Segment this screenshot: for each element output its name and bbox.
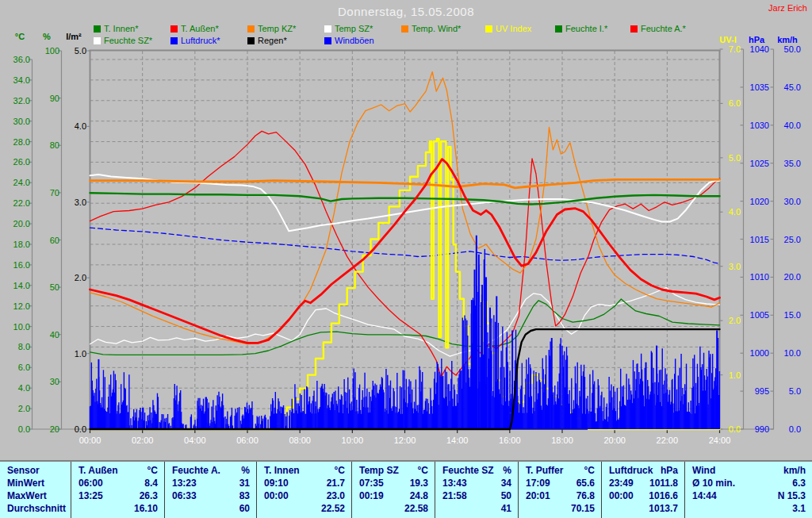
table-min-value: 8.4 [144,477,158,489]
x-tick-label: 16:00 [499,436,521,445]
table-max-value: 24.8 [410,489,428,502]
table-sensor-unit: °C [584,464,595,477]
table-min-time: 17:09 [526,477,550,489]
table-min-time: 23:49 [609,477,634,489]
tick-label-temp_c: 10.0 [13,322,30,332]
tick-label-humidity: 40 [50,330,59,340]
table-sensor-unit: °C [418,464,428,477]
table-max-value: 76.8 [576,489,595,502]
table-avg-value: 22.52 [321,502,345,515]
table-sensor-name: Luftdruck [609,464,653,477]
tick-label-uv: 3.0 [729,262,741,271]
table-col-feuchte-a-: Feuchte A.%13:233106:338360 [164,462,256,518]
tick-label-hpa: 1030 [750,121,769,130]
tick-label-humidity: 30 [50,377,59,386]
table-row-label: MaxWert [7,489,47,502]
table-col-t-innen: T. Innen°C09:1021.700:0023.022.52 [256,462,351,518]
table-min-time: 06:00 [79,477,103,489]
table-sensor-unit: °C [147,464,158,477]
tick-label-temp_c: 14.0 [13,281,30,290]
table-avg-value: 70.15 [571,502,595,515]
tick-label-temp_c: 30.0 [13,117,30,126]
tick-label-hpa: 1005 [750,310,769,320]
tick-label-temp_c: 16.0 [13,260,30,270]
table-max-time: 06:33 [172,489,197,502]
tick-label-temp_c: 2.0 [18,404,30,413]
x-tick-label: 10:00 [342,436,364,445]
table-max-time: 00:00 [609,489,634,502]
tick-label-temp_c: 20.0 [13,219,30,228]
table-max-value: 23.0 [327,489,345,502]
table-col-sensor: SensorMinWertMaxWertDurchschnitt [0,462,71,518]
table-max-value: N 15.3 [778,489,806,502]
tick-label-temp_c: 8.0 [18,342,30,351]
tick-label-kmh: 10.0 [784,348,801,358]
statistics-table: SensorMinWertMaxWertDurchschnittT. Außen… [0,460,812,518]
table-avg-value: 41 [501,502,511,515]
tick-label-kmh: 5.0 [789,386,801,396]
tick-label-uv: 7.0 [729,44,741,54]
table-sensor-name: Feuchte A. [172,464,220,477]
table-sensor-name: T. Außen [79,464,118,477]
table-col-t-au-en: T. Außen°C06:008.413:2526.316.10 [71,462,164,518]
table-min-time: 13:43 [442,477,467,489]
tick-label-temp_c: 34.0 [13,75,30,85]
x-tick-label: 06:00 [236,436,259,445]
tick-label-hpa: 990 [755,424,769,434]
table-max-time: 21:58 [442,489,467,502]
tick-label-temp_c: 4.0 [18,383,30,393]
x-tick-label: 08:00 [289,436,311,445]
tick-label-uv: 4.0 [729,207,741,217]
table-col-wind: Windkm/hØ 10 min.6.314:44N 15.33.1 [684,462,812,518]
tick-label-temp_c: 26.0 [13,157,30,167]
table-min-value: 31 [239,477,250,489]
tick-label-temp_c: 18.0 [13,240,30,249]
tick-label-humidity: 80 [50,140,59,150]
weather-chart: 0.02.04.06.08.010.012.014.016.018.020.02… [0,0,812,460]
tick-label-humidity: 70 [50,188,59,198]
tick-label-uv: 6.0 [729,98,741,108]
table-min-time: 07:35 [359,477,384,489]
tick-label-hpa: 995 [755,386,769,396]
table-max-time: 00:19 [359,489,384,502]
table-max-time: 00:00 [264,489,289,502]
tick-label-hpa: 1010 [750,272,769,282]
tick-label-humidity: 60 [50,236,59,245]
x-tick-label: 04:00 [184,436,206,445]
table-sensor-name: Feuchte SZ [442,464,494,477]
tick-label-uv: 5.0 [729,153,741,163]
table-avg-value: 3.1 [792,502,806,515]
table-avg-value: 60 [239,502,250,515]
table-sensor-name: Wind [692,464,715,477]
x-tick-label: 02:00 [132,436,154,445]
table-min-value: 19.3 [410,477,428,489]
table-sensor-unit: % [503,464,511,477]
tick-label-kmh: 35.0 [784,159,801,168]
x-tick-label: 12:00 [394,436,416,445]
table-max-value: 50 [501,489,511,502]
tick-label-kmh: 15.0 [784,310,801,320]
table-min-value: 1011.8 [649,477,678,489]
table-row-label: Sensor [7,464,40,477]
table-max-value: 83 [239,489,250,502]
table-max-time: 20:01 [526,489,550,502]
tick-label-kmh: 0.0 [789,424,801,434]
tick-label-uv: 2.0 [729,316,741,325]
tick-label-rain_lm2: 3.0 [75,198,86,207]
table-avg-value: 16.10 [134,502,158,515]
tick-label-kmh: 40.0 [784,121,801,130]
tick-label-hpa: 1035 [750,82,769,92]
table-col-t-puffer: T. Puffer°C17:0965.620:0176.870.15 [518,462,601,518]
tick-label-kmh: 25.0 [784,235,801,244]
tick-label-hpa: 1015 [750,235,769,244]
tick-label-hpa: 1020 [750,197,769,206]
table-col-temp-sz: Temp SZ°C07:3519.300:1924.822.58 [351,462,435,518]
table-sensor-name: T. Innen [264,464,300,477]
tick-label-temp_c: 28.0 [13,137,30,147]
tick-label-humidity: 100 [45,46,59,56]
table-sensor-unit: % [241,464,250,477]
table-avg-value: 1013.7 [649,502,678,515]
table-sensor-unit: hPa [661,464,678,477]
tick-label-temp_c: 6.0 [18,363,30,372]
table-row-label: Durchschnitt [7,502,66,515]
